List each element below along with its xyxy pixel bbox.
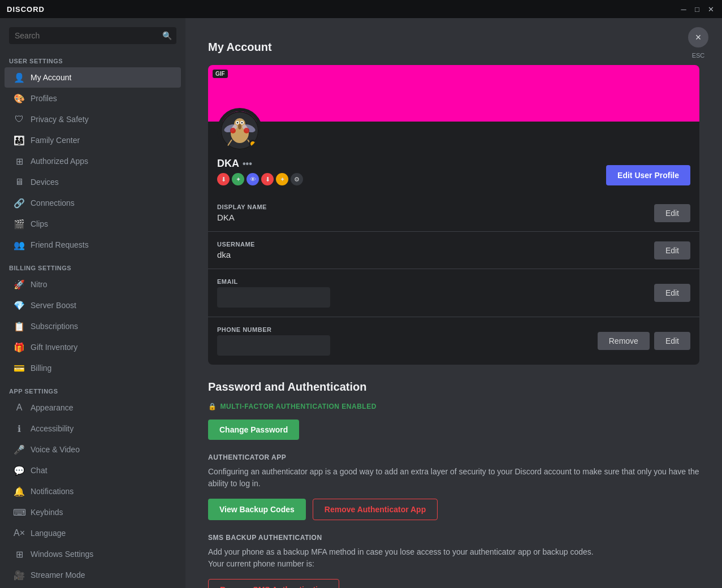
edit-user-profile-button[interactable]: Edit User Profile bbox=[606, 165, 690, 185]
badges-row: ⬇ ✦ 👁 ⬇ ✦ ⚙ bbox=[217, 173, 303, 185]
restore-button[interactable]: □ bbox=[693, 5, 702, 14]
badge-6: ⚙ bbox=[291, 173, 303, 185]
sidebar-item-notifications[interactable]: 🔔Notifications bbox=[5, 481, 181, 501]
sidebar-item-label: Server Boost bbox=[31, 301, 76, 310]
content-area: × ESC My Account GIF bbox=[185, 18, 722, 588]
sidebar-item-label: Billing bbox=[31, 364, 51, 373]
gift-inventory-icon: 🎁 bbox=[14, 341, 25, 353]
sidebar-item-accessibility[interactable]: ℹAccessibility bbox=[5, 418, 181, 439]
display-name-info: DISPLAY NAME DKA bbox=[217, 204, 267, 222]
window-controls: ─ □ ✕ bbox=[679, 5, 715, 14]
sidebar-item-label: Voice & Video bbox=[31, 445, 80, 454]
mfa-status: 🔒 MULTI-FACTOR AUTHENTICATION ENABLED bbox=[208, 403, 699, 410]
sidebar-item-appearance[interactable]: AAppearance bbox=[5, 397, 181, 418]
family-center-icon: 👨‍👩‍👧 bbox=[14, 135, 25, 146]
sidebar-item-clips[interactable]: 🎬Clips bbox=[5, 214, 181, 234]
email-edit-button[interactable]: Edit bbox=[654, 284, 690, 302]
status-indicator bbox=[249, 140, 257, 148]
svg-point-14 bbox=[244, 128, 249, 133]
close-button[interactable]: × bbox=[688, 27, 708, 47]
sidebar-item-advanced[interactable]: ⊞Advanced bbox=[5, 586, 181, 588]
email-right: Edit bbox=[654, 284, 690, 302]
minimize-button[interactable]: ─ bbox=[679, 5, 688, 14]
language-icon: A× bbox=[14, 528, 25, 539]
authenticator-btn-row: View Backup Codes Remove Authenticator A… bbox=[208, 499, 699, 520]
sidebar-sections: USER SETTINGS👤My Account🎨Profiles🛡Privac… bbox=[0, 49, 185, 588]
friend-requests-icon: 👥 bbox=[14, 239, 25, 250]
badge-2: ✦ bbox=[232, 173, 244, 185]
sms-btn-row: Remove SMS Authentication bbox=[208, 579, 699, 588]
sidebar-item-label: Privacy & Safety bbox=[31, 115, 89, 124]
sidebar-item-language[interactable]: A×Language bbox=[5, 523, 181, 543]
sidebar-item-label: Subscriptions bbox=[31, 322, 78, 331]
sidebar-section-label: APP SETTINGS bbox=[0, 379, 185, 397]
appearance-icon: A bbox=[14, 402, 25, 413]
keybinds-icon: ⌨ bbox=[14, 507, 25, 518]
avatar bbox=[217, 108, 262, 153]
email-label: EMAIL bbox=[217, 278, 330, 285]
sidebar-item-label: Language bbox=[31, 529, 66, 538]
remove-authenticator-button[interactable]: Remove Authenticator App bbox=[313, 499, 438, 520]
sidebar-section-label: BILLING SETTINGS bbox=[0, 256, 185, 274]
devices-icon: 🖥 bbox=[14, 176, 25, 188]
sidebar-item-windows-settings[interactable]: ⊞Windows Settings bbox=[5, 544, 181, 564]
display-name-edit-button[interactable]: Edit bbox=[654, 204, 690, 222]
display-name-right: Edit bbox=[654, 204, 690, 222]
clips-icon: 🎬 bbox=[14, 218, 25, 230]
billing-icon: 💳 bbox=[14, 362, 25, 374]
sidebar-item-label: Keybinds bbox=[31, 508, 63, 517]
username-info: USERNAME dka bbox=[217, 241, 255, 260]
sidebar-item-connections[interactable]: 🔗Connections bbox=[5, 193, 181, 213]
sidebar-item-label: Clips bbox=[31, 219, 48, 228]
sidebar-item-label: Accessibility bbox=[31, 424, 74, 433]
username-display: DKA ••• bbox=[217, 158, 303, 170]
badge-5: ✦ bbox=[276, 173, 288, 185]
server-boost-icon: 💎 bbox=[14, 300, 25, 311]
sidebar-item-streamer-mode[interactable]: 🎥Streamer Mode bbox=[5, 565, 181, 585]
phone-field: PHONE NUMBER Remove Edit bbox=[208, 317, 699, 365]
mfa-label-text: MULTI-FACTOR AUTHENTICATION ENABLED bbox=[221, 403, 377, 410]
sidebar-item-keybinds[interactable]: ⌨Keybinds bbox=[5, 502, 181, 522]
profile-menu-dots[interactable]: ••• bbox=[243, 159, 252, 169]
sidebar-item-authorized-apps[interactable]: ⊞Authorized Apps bbox=[5, 151, 181, 171]
sidebar-item-family-center[interactable]: 👨‍👩‍👧Family Center bbox=[5, 130, 181, 150]
sidebar-item-my-account[interactable]: 👤My Account bbox=[5, 67, 181, 88]
authenticator-app-title: AUTHENTICATOR APP bbox=[208, 453, 699, 461]
subscriptions-icon: 📋 bbox=[14, 321, 25, 332]
profiles-icon: 🎨 bbox=[14, 93, 25, 104]
view-backup-codes-button[interactable]: View Backup Codes bbox=[208, 499, 306, 520]
sidebar-item-label: Friend Requests bbox=[31, 240, 89, 249]
sidebar-item-subscriptions[interactable]: 📋Subscriptions bbox=[5, 316, 181, 336]
phone-edit-button[interactable]: Edit bbox=[654, 332, 690, 350]
sidebar-item-gift-inventory[interactable]: 🎁Gift Inventory bbox=[5, 337, 181, 357]
username-field: USERNAME dka Edit bbox=[208, 231, 699, 269]
sidebar-item-server-boost[interactable]: 💎Server Boost bbox=[5, 295, 181, 315]
app-logo: DISCORD bbox=[7, 5, 45, 14]
svg-point-8 bbox=[238, 124, 241, 129]
streamer-mode-icon: 🎥 bbox=[14, 569, 25, 581]
sidebar-item-label: Appearance bbox=[31, 403, 74, 412]
remove-sms-button[interactable]: Remove SMS Authentication bbox=[208, 579, 339, 588]
sidebar-item-friend-requests[interactable]: 👥Friend Requests bbox=[5, 235, 181, 255]
sidebar-item-profiles[interactable]: 🎨Profiles bbox=[5, 88, 181, 109]
phone-remove-button[interactable]: Remove bbox=[598, 332, 650, 350]
display-name-field: DISPLAY NAME DKA Edit bbox=[208, 194, 699, 231]
authorized-apps-icon: ⊞ bbox=[14, 155, 25, 167]
change-password-button[interactable]: Change Password bbox=[208, 420, 299, 440]
sidebar-item-chat[interactable]: 💬Chat bbox=[5, 460, 181, 481]
sidebar-item-voice-video[interactable]: 🎤Voice & Video bbox=[5, 439, 181, 460]
email-info: EMAIL bbox=[217, 278, 330, 308]
sidebar-item-billing[interactable]: 💳Billing bbox=[5, 358, 181, 378]
username-value: dka bbox=[217, 250, 255, 260]
sidebar-item-label: Family Center bbox=[31, 136, 80, 145]
search-input[interactable] bbox=[9, 27, 176, 44]
sidebar-item-nitro[interactable]: 🚀Nitro bbox=[5, 274, 181, 295]
username-edit-button[interactable]: Edit bbox=[654, 241, 690, 260]
close-window-button[interactable]: ✕ bbox=[706, 5, 715, 14]
sidebar-item-privacy-safety[interactable]: 🛡Privacy & Safety bbox=[5, 109, 181, 129]
sidebar-item-label: My Account bbox=[31, 73, 71, 82]
sidebar-item-label: Connections bbox=[31, 198, 75, 207]
phone-right: Remove Edit bbox=[598, 332, 690, 350]
sidebar-item-devices[interactable]: 🖥Devices bbox=[5, 172, 181, 192]
gif-badge: GIF bbox=[213, 70, 228, 78]
